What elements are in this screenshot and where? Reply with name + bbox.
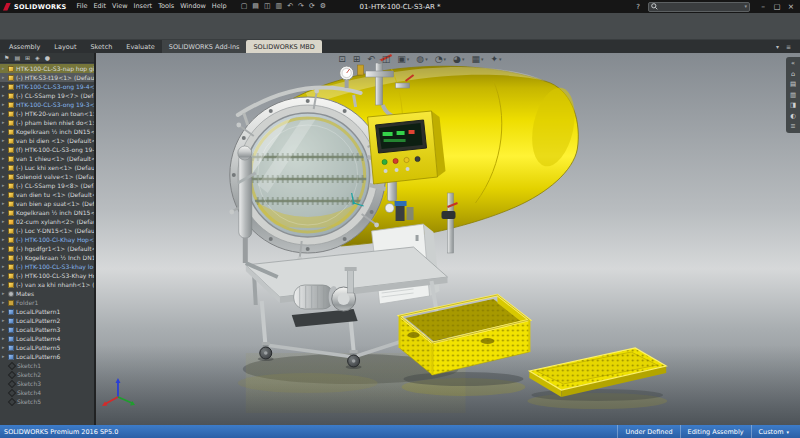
apply-scene-icon[interactable]: ▦▾ bbox=[471, 55, 483, 64]
maximize-button[interactable]: ▢ bbox=[770, 0, 784, 13]
chevron-down-icon[interactable]: ▾ bbox=[444, 57, 447, 62]
tree-item[interactable]: Sketch5 bbox=[0, 397, 94, 406]
tree-item[interactable]: Sketch4 bbox=[0, 388, 94, 397]
zoom-area-icon[interactable]: ⊞ bbox=[353, 55, 361, 64]
menu-item-help[interactable]: Help bbox=[209, 0, 230, 13]
tree-item[interactable]: ▸van bi dien <1> (Default<Defaul bbox=[0, 136, 94, 145]
view-palette-icon[interactable]: ◨ bbox=[790, 102, 796, 109]
tree-item[interactable]: ▸(-) CL-SSamp 19<7> (Default<<Def bbox=[0, 91, 94, 100]
configurationmanager-tab-icon[interactable]: ⊞ bbox=[25, 55, 30, 61]
tree-item[interactable]: ▸Kogelkraan ½ inch DN15<2> ( bbox=[0, 208, 94, 217]
tree-item[interactable]: ▸LocalLPattern5 bbox=[0, 343, 94, 352]
tree-item[interactable]: ▸LocalLPattern1 bbox=[0, 307, 94, 316]
view-orientation-icon[interactable]: ▣▾ bbox=[397, 55, 409, 64]
status-editing-assembly[interactable]: Editing Assembly bbox=[680, 425, 751, 438]
tree-item[interactable]: ▸(-) Kogelkraan ½ Inch DN15< bbox=[0, 253, 94, 262]
undo-icon[interactable]: ↶ bbox=[287, 0, 293, 13]
graphics-area[interactable] bbox=[96, 53, 800, 425]
tab-assembly[interactable]: Assembly bbox=[2, 40, 47, 53]
help-button[interactable]: ? bbox=[636, 3, 640, 11]
tree-item[interactable]: ▸LocalLPattern3 bbox=[0, 325, 94, 334]
tree-item[interactable]: ▸(-) van xa khi nhanh<1> (Defa bbox=[0, 280, 94, 289]
tree-item[interactable]: ▸Kogelkraan ½ inch DN15<2> (De bbox=[0, 127, 94, 136]
menu-item-file[interactable]: File bbox=[74, 0, 91, 13]
control-panel[interactable] bbox=[368, 111, 446, 184]
tree-item[interactable]: ▸Mates bbox=[0, 289, 94, 298]
pin-toolbar-icon[interactable]: ≡ bbox=[786, 43, 791, 50]
minimize-button[interactable]: – bbox=[756, 0, 770, 13]
collapse-taskpane-icon[interactable]: « bbox=[791, 60, 795, 67]
menu-item-tools[interactable]: Tools bbox=[155, 0, 177, 13]
zoom-fit-icon[interactable]: ⊡ bbox=[338, 55, 346, 64]
3d-viewport[interactable]: ⊡⊞↶◫▣▾◍▾◔▾◕▾▦▾✦▾ «⌂▤▥◨◐≡ bbox=[96, 53, 800, 425]
tree-item[interactable]: Sketch3 bbox=[0, 379, 94, 388]
tree-item[interactable]: ▸LocalLPattern2 bbox=[0, 316, 94, 325]
open-file-icon[interactable]: ▤ bbox=[252, 0, 259, 13]
tree-item[interactable]: ▸(-) HTK-100-Cl-Khay Hop<1> ( bbox=[0, 235, 94, 244]
tree-item[interactable]: ▸(f) HTK-100-CL-S3-ong 19-4<1> ( bbox=[0, 145, 94, 154]
solidworks-resources-icon[interactable]: ⌂ bbox=[791, 71, 795, 78]
file-explorer-icon[interactable]: ▥ bbox=[790, 92, 796, 99]
menu-item-window[interactable]: Window bbox=[177, 0, 209, 13]
menu-item-edit[interactable]: Edit bbox=[90, 0, 109, 13]
print-icon[interactable]: ▥ bbox=[276, 0, 283, 13]
search-dropdown-icon[interactable]: ▾ bbox=[744, 4, 747, 9]
custom-properties-icon[interactable]: ≡ bbox=[790, 123, 795, 130]
chevron-down-icon[interactable]: ▾ bbox=[462, 57, 465, 62]
chevron-down-icon[interactable]: ▾ bbox=[499, 57, 502, 62]
section-view-icon[interactable]: ◫ bbox=[382, 55, 391, 64]
tree-item[interactable]: Sketch2 bbox=[0, 370, 94, 379]
redo-icon[interactable]: ↷ bbox=[298, 0, 304, 13]
tree-item[interactable]: ▸Solenoid valve<1> (Default<De bbox=[0, 172, 94, 181]
tab-sketch[interactable]: Sketch bbox=[83, 40, 119, 53]
tab-solidworks-mbd[interactable]: SOLIDWORKS MBD bbox=[246, 40, 321, 53]
save-icon[interactable]: ◫ bbox=[264, 0, 271, 13]
status-custom[interactable]: Custom▾ bbox=[751, 425, 796, 438]
tree-item[interactable]: ▸HTK-100-CL-S3-ong 19-3<1> (Def bbox=[0, 100, 94, 109]
close-button[interactable]: × bbox=[784, 0, 798, 13]
menu-item-view[interactable]: View bbox=[109, 0, 130, 13]
menu-item-insert[interactable]: Insert bbox=[131, 0, 156, 13]
tree-item[interactable]: ▸(-) pham bien nhiet do<1> (Defau bbox=[0, 118, 94, 127]
tree-item[interactable]: ▸Folder1 bbox=[0, 298, 94, 307]
tab-solidworks-add-ins[interactable]: SOLIDWORKS Add-Ins bbox=[162, 40, 247, 53]
search-input[interactable] bbox=[660, 3, 742, 11]
status-under-defined[interactable]: Under Defined bbox=[617, 425, 679, 438]
tab-options-icon[interactable]: ▾ bbox=[776, 43, 779, 50]
propertymanager-tab-icon[interactable]: ▤ bbox=[14, 55, 20, 61]
tree-item[interactable]: ▸(-) HTK-20-van an toan<1> (Defau bbox=[0, 109, 94, 118]
edit-appearance-icon[interactable]: ◕▾ bbox=[453, 55, 464, 64]
tree-item[interactable]: ▸HTK-100-CL-S3-nap hop gia nhiet bbox=[0, 64, 94, 73]
display-style-icon[interactable]: ◍▾ bbox=[416, 55, 427, 64]
tree-item[interactable]: ▸van dien tu <1> (Default<Defa bbox=[0, 190, 94, 199]
tree-item[interactable]: ▸van bien ap suat<1> (Default< bbox=[0, 199, 94, 208]
displaymanager-tab-icon[interactable]: ● bbox=[45, 55, 50, 61]
options-icon[interactable]: ⚙ bbox=[320, 0, 326, 13]
appearances-icon[interactable]: ◐ bbox=[790, 113, 796, 120]
tree-item[interactable]: ▸(-) hgsdfgr1<1> (Default<Def bbox=[0, 244, 94, 253]
search-box[interactable]: ▾ bbox=[648, 2, 750, 12]
tree-item[interactable]: ▸(-) HTK-100-CL-S3-khay lo<2 bbox=[0, 262, 94, 271]
previous-view-icon[interactable]: ↶ bbox=[367, 55, 375, 64]
chevron-down-icon[interactable]: ▾ bbox=[425, 57, 428, 62]
view-settings-icon[interactable]: ✦▾ bbox=[490, 55, 501, 64]
tree-item[interactable]: ▸(-) HTK-S3-t19<1> (Default<<Defau bbox=[0, 73, 94, 82]
chevron-down-icon[interactable]: ▾ bbox=[407, 57, 410, 62]
tree-item[interactable]: Sketch1 bbox=[0, 361, 94, 370]
tab-evaluate[interactable]: Evaluate bbox=[119, 40, 161, 53]
tree-item[interactable]: ▸(-) CL-SSamp 19<8> (Default<D bbox=[0, 181, 94, 190]
tree-item[interactable]: ▸LocalLPattern4 bbox=[0, 334, 94, 343]
hide-show-items-icon[interactable]: ◔▾ bbox=[435, 55, 446, 64]
design-library-icon[interactable]: ▤ bbox=[790, 81, 796, 88]
chevron-down-icon[interactable]: ▾ bbox=[481, 57, 484, 62]
tree-item[interactable]: ▸van 1 chieu<1> (Default<Default bbox=[0, 154, 94, 163]
tab-layout[interactable]: Layout bbox=[47, 40, 83, 53]
tree-item[interactable]: ▸(-) Loc Y-DN15<1> (Default<D bbox=[0, 226, 94, 235]
new-file-icon[interactable]: ▢ bbox=[241, 0, 248, 13]
featuremanager-tab-icon[interactable]: ⚑ bbox=[4, 55, 9, 61]
tree-item[interactable]: ▸(-) Luc khi xen<1> (Default<Yok bbox=[0, 163, 94, 172]
tree-item[interactable]: ▸HTK-100-CL-S3-ong 19-4<2> (Defa bbox=[0, 82, 94, 91]
chevron-down-icon[interactable]: ▾ bbox=[786, 429, 789, 435]
rebuild-icon[interactable]: ⟳ bbox=[309, 0, 315, 13]
tree-item[interactable]: ▸(-) HTK-100-CL-S3-Khay Hop< bbox=[0, 271, 94, 280]
